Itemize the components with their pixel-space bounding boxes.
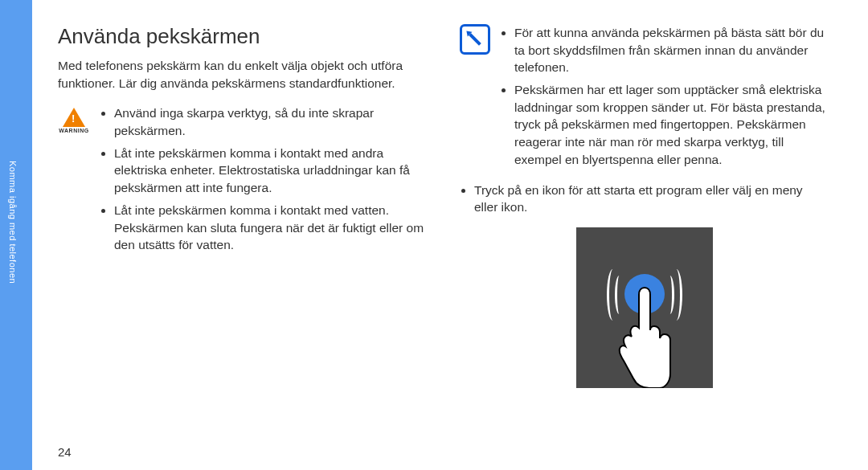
warning-block: WARNING Använd inga skarpa verktyg, så d… [58,104,428,259]
list-item: Använd inga skarpa verktyg, så du inte s… [114,104,428,139]
intro-text: Med telefonens pekskärm kan du enkelt vä… [58,57,428,92]
tap-gesture-figure [576,227,713,388]
tap-instruction-block: Tryck på en ikon för att starta ett prog… [460,182,829,216]
list-item: Låt inte pekskärmen komma i kontakt med … [114,202,428,254]
page-title: Använda pekskärmen [58,24,428,49]
page-number: 24 [58,445,72,459]
list-item: För att kunna använda pekskärmen på bäst… [514,24,829,76]
list-item: Låt inte pekskärmen komma i kontakt med … [114,145,428,197]
hand-icon [612,284,677,388]
warning-list: Använd inga skarpa verktyg, så du inte s… [100,104,428,259]
list-item: Pekskärmen har ett lager som upptäcker s… [514,81,829,168]
warning-icon: WARNING [58,104,90,137]
note-icon [460,24,490,51]
sidebar-blue-bar: Komma igång med telefonen [0,0,32,470]
note-list: För att kunna använda pekskärmen på bäst… [500,24,829,174]
sidebar-section-label: Komma igång med telefonen [8,161,18,284]
tap-instruction: Tryck på en ikon för att starta ett prog… [474,182,829,216]
page-content: Använda pekskärmen Med telefonens pekskä… [58,24,836,388]
warning-label: WARNING [59,128,88,133]
left-column: Använda pekskärmen Med telefonens pekskä… [58,24,428,388]
right-column: För att kunna använda pekskärmen på bäst… [460,24,829,388]
note-block: För att kunna använda pekskärmen på bäst… [460,24,829,174]
